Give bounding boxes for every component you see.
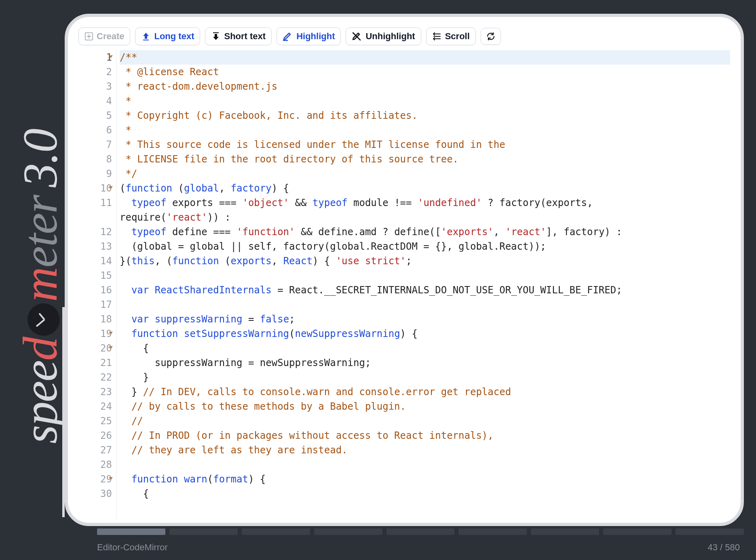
- line-number[interactable]: 5: [78, 108, 112, 123]
- code-line[interactable]: function setSuppressWarning(newSuppressW…: [120, 326, 730, 341]
- code-line[interactable]: }: [120, 370, 730, 385]
- line-number[interactable]: 21: [78, 356, 112, 370]
- line-gutter[interactable]: 1234567891011121314151617181920212223242…: [78, 50, 116, 520]
- plus-icon: [84, 32, 93, 41]
- line-number[interactable]: 14: [78, 254, 112, 268]
- line-number[interactable]: 18: [78, 312, 112, 326]
- line-number[interactable]: 23: [78, 385, 112, 399]
- line-number[interactable]: 29: [78, 472, 112, 486]
- line-number[interactable]: 8: [78, 152, 112, 166]
- code-line[interactable]: var ReactSharedInternals = React.__SECRE…: [120, 283, 730, 297]
- code-line[interactable]: *: [120, 94, 730, 108]
- code-line[interactable]: typeof define === 'function' && define.a…: [120, 225, 730, 239]
- line-number[interactable]: 17: [78, 297, 112, 312]
- fold-icon[interactable]: [109, 346, 113, 349]
- code-line[interactable]: function warn(format) {: [120, 472, 730, 486]
- line-number[interactable]: 3: [78, 79, 112, 94]
- code-line[interactable]: * @license React: [120, 65, 730, 79]
- scroll-button[interactable]: Scroll: [426, 27, 476, 45]
- long-text-label: Long text: [154, 31, 194, 42]
- code-line[interactable]: * Copyright (c) Facebook, Inc. and its a…: [120, 108, 730, 123]
- line-number[interactable]: 1: [78, 50, 112, 65]
- highlight-button[interactable]: Highlight: [277, 27, 341, 45]
- code-line[interactable]: var suppressWarning = false;: [120, 312, 730, 326]
- unhighlight-label: Unhighlight: [365, 31, 415, 42]
- footer-counter: 43 / 580: [707, 542, 740, 553]
- code-line[interactable]: /**: [120, 50, 730, 65]
- code-line[interactable]: (global = global || self, factory(global…: [120, 239, 730, 254]
- line-number[interactable]: 28: [78, 457, 112, 472]
- refresh-icon: [486, 32, 496, 41]
- line-number[interactable]: 26: [78, 428, 112, 443]
- code-line[interactable]: suppressWarning = newSuppressWarning;: [120, 356, 730, 370]
- refresh-button[interactable]: [481, 28, 501, 45]
- download-arrow-icon: [211, 32, 221, 41]
- code-line[interactable]: // In PROD (or in packages without acces…: [120, 428, 730, 443]
- line-number[interactable]: 27: [78, 443, 112, 457]
- short-text-label: Short text: [224, 31, 266, 42]
- line-number[interactable]: 15: [78, 268, 112, 283]
- code-line[interactable]: */: [120, 166, 730, 181]
- code-line[interactable]: } // In DEV, calls to console.warn and c…: [120, 385, 730, 399]
- footer: Editor-CodeMirror 43 / 580: [97, 542, 740, 553]
- line-number[interactable]: 7: [78, 137, 112, 152]
- toolbar: Create Long text Short text Highlight Un…: [78, 27, 730, 45]
- progress-bar: [97, 528, 744, 535]
- code-line[interactable]: * LICENSE file in the root directory of …: [120, 152, 730, 166]
- line-number[interactable]: 12: [78, 225, 112, 239]
- sidebar-logo: speedmeter3.0: [8, 0, 65, 525]
- line-number[interactable]: 16: [78, 283, 112, 297]
- code-line[interactable]: // by calls to these methods by a Babel …: [120, 399, 730, 414]
- line-number[interactable]: 9: [78, 166, 112, 181]
- code-line[interactable]: // they are left as they are instead.: [120, 443, 730, 457]
- progress-segment: [676, 528, 744, 535]
- progress-segment: [458, 528, 527, 535]
- long-text-button[interactable]: Long text: [135, 27, 200, 45]
- line-number[interactable]: 22: [78, 370, 112, 385]
- code-line[interactable]: typeof exports === 'object' && typeof mo…: [120, 196, 730, 210]
- fold-icon[interactable]: [109, 55, 113, 58]
- highlight-icon: [283, 32, 293, 41]
- line-number[interactable]: 6: [78, 123, 112, 137]
- line-number[interactable]: 30: [78, 486, 112, 501]
- code-line[interactable]: [120, 268, 730, 283]
- unhighlight-button[interactable]: Unhighlight: [346, 27, 421, 45]
- progress-segment: [386, 528, 455, 535]
- line-number[interactable]: 24: [78, 399, 112, 414]
- code-line[interactable]: {: [120, 341, 730, 356]
- scroll-icon: [432, 32, 442, 41]
- code-line[interactable]: require('react')) :: [120, 210, 730, 225]
- code-line[interactable]: * This source code is licensed under the…: [120, 137, 730, 152]
- line-number[interactable]: 25: [78, 414, 112, 428]
- fold-icon[interactable]: [109, 477, 113, 480]
- create-button[interactable]: Create: [78, 27, 130, 45]
- line-number[interactable]: 20: [78, 341, 112, 356]
- line-number[interactable]: 10: [78, 181, 112, 196]
- fold-icon[interactable]: [109, 332, 113, 335]
- upload-arrow-icon: [141, 32, 151, 41]
- code-line[interactable]: (function (global, factory) {: [120, 181, 730, 196]
- code-line[interactable]: *: [120, 123, 730, 137]
- code-content[interactable]: /** * @license React * react-dom.develop…: [116, 50, 730, 520]
- svg-rect-1: [143, 40, 149, 40]
- progress-segment: [603, 528, 672, 535]
- short-text-button[interactable]: Short text: [205, 27, 272, 45]
- line-number[interactable]: 13: [78, 239, 112, 254]
- line-number[interactable]: 2: [78, 65, 112, 79]
- highlight-label: Highlight: [296, 31, 335, 42]
- line-number[interactable]: 11: [78, 196, 112, 210]
- line-number[interactable]: 19: [78, 326, 112, 341]
- create-label: Create: [97, 31, 124, 42]
- code-line[interactable]: }(this, (function (exports, React) { 'us…: [120, 254, 730, 268]
- fold-icon[interactable]: [109, 186, 113, 189]
- code-line[interactable]: * react-dom.development.js: [120, 79, 730, 94]
- code-line[interactable]: [120, 297, 730, 312]
- svg-rect-2: [213, 32, 219, 33]
- code-line[interactable]: {: [120, 486, 730, 501]
- code-editor[interactable]: 1234567891011121314151617181920212223242…: [78, 50, 730, 520]
- line-number[interactable]: 4: [78, 94, 112, 108]
- scroll-label: Scroll: [445, 31, 470, 42]
- code-line[interactable]: [120, 457, 730, 472]
- code-line[interactable]: //: [120, 414, 730, 428]
- line-number[interactable]: [78, 210, 112, 225]
